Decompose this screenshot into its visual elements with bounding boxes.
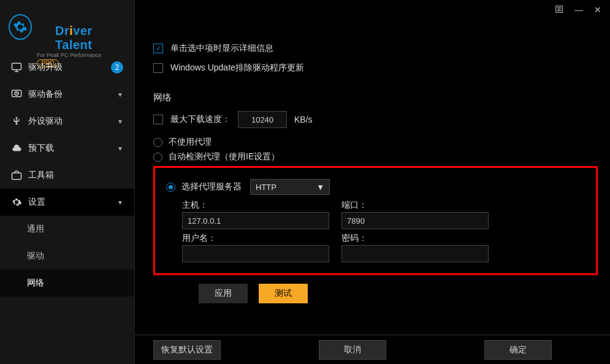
chevron-down-icon: ▼ bbox=[316, 183, 324, 192]
user-label: 用户名： bbox=[182, 233, 329, 244]
gear-icon bbox=[9, 14, 32, 40]
bottom-bar: 恢复默认设置 取消 确定 bbox=[135, 335, 610, 364]
gear-icon bbox=[11, 197, 22, 208]
badge-count: 2 bbox=[111, 61, 123, 74]
sidebar-item-predownload[interactable]: 预下载 ▼ bbox=[0, 135, 134, 162]
sidebar-item-label: 设置 bbox=[28, 197, 45, 208]
usb-icon bbox=[11, 116, 22, 127]
sidebar-item-label: 驱动升级 bbox=[28, 62, 63, 73]
sidebar-item-upgrade[interactable]: 驱动升级 2 bbox=[0, 54, 134, 81]
proxy-none-label: 不使用代理 bbox=[169, 137, 212, 148]
sidebar-item-label: 预下载 bbox=[28, 143, 54, 154]
app-title: Driver Talent bbox=[37, 0, 134, 52]
pass-input[interactable] bbox=[341, 245, 489, 262]
minimize-icon[interactable]: — bbox=[574, 5, 583, 15]
sidebar-item-peripheral[interactable]: 外设驱动 ▼ bbox=[0, 108, 134, 135]
reset-defaults-button[interactable]: 恢复默认设置 bbox=[153, 340, 221, 360]
sidebar-item-label: 驱动 bbox=[27, 251, 44, 262]
exclude-wu-label: Windows Update排除驱动程序更新 bbox=[170, 63, 304, 74]
chevron-down-icon: ▼ bbox=[117, 118, 123, 125]
proxy-protocol-value: HTTP bbox=[256, 183, 276, 192]
max-speed-label: 最大下载速度： bbox=[170, 114, 231, 125]
port-label: 端口： bbox=[341, 200, 489, 211]
chevron-down-icon: ▼ bbox=[117, 91, 123, 98]
proxy-auto-radio[interactable] bbox=[153, 153, 162, 162]
sidebar-item-label: 外设驱动 bbox=[28, 116, 63, 127]
ok-button[interactable]: 确定 bbox=[484, 340, 552, 360]
sidebar-item-label: 网络 bbox=[27, 278, 44, 289]
menu-icon[interactable] bbox=[555, 5, 563, 15]
proxy-highlight-box: 选择代理服务器 HTTP ▼ 主机： 端口： 用户名： 密码： bbox=[153, 166, 598, 275]
apply-button[interactable]: 应用 bbox=[199, 284, 248, 303]
proxy-protocol-select[interactable]: HTTP ▼ bbox=[250, 179, 330, 195]
exclude-wu-checkbox[interactable] bbox=[153, 63, 163, 73]
host-input[interactable] bbox=[182, 212, 329, 229]
sidebar-item-label: 工具箱 bbox=[28, 170, 54, 181]
test-button[interactable]: 测试 bbox=[259, 284, 308, 303]
close-icon[interactable]: ✕ bbox=[594, 5, 601, 15]
user-input[interactable] bbox=[182, 245, 329, 262]
port-input[interactable] bbox=[341, 212, 489, 229]
show-detail-label: 单击选中项时显示详细信息 bbox=[170, 43, 273, 54]
sidebar-sub-general[interactable]: 通用 bbox=[0, 216, 134, 243]
app-logo: Driver Talent For Peak PC Performance PR… bbox=[0, 0, 134, 54]
sidebar-item-toolbox[interactable]: 工具箱 bbox=[0, 162, 134, 189]
sidebar-item-label: 驱动备份 bbox=[28, 89, 63, 100]
chevron-down-icon: ▼ bbox=[117, 145, 123, 152]
svg-rect-0 bbox=[12, 63, 21, 70]
proxy-auto-label: 自动检测代理（使用IE设置） bbox=[169, 151, 280, 162]
max-speed-input[interactable] bbox=[238, 111, 287, 128]
cloud-icon bbox=[11, 143, 22, 154]
cancel-button[interactable]: 取消 bbox=[319, 340, 386, 360]
host-label: 主机： bbox=[182, 200, 329, 211]
pass-label: 密码： bbox=[341, 233, 489, 244]
proxy-select-label: 选择代理服务器 bbox=[181, 181, 242, 192]
sidebar-sub-driver[interactable]: 驱动 bbox=[0, 243, 134, 270]
max-speed-unit: KB/s bbox=[294, 115, 313, 124]
sidebar-sub-network[interactable]: 网络 bbox=[0, 270, 134, 297]
main-panel: ✓ 单击选中项时显示详细信息 Windows Update排除驱动程序更新 网络… bbox=[135, 0, 610, 364]
proxy-select-radio[interactable] bbox=[166, 183, 175, 192]
proxy-none-radio[interactable] bbox=[153, 138, 162, 147]
sidebar-item-backup[interactable]: 驱动备份 ▼ bbox=[0, 81, 134, 108]
monitor-clock-icon bbox=[11, 89, 22, 100]
briefcase-icon bbox=[11, 170, 22, 181]
network-section-title: 网络 bbox=[153, 92, 598, 104]
chevron-down-icon: ▼ bbox=[117, 199, 123, 206]
sidebar: Driver Talent For Peak PC Performance PR… bbox=[0, 0, 135, 364]
show-detail-checkbox[interactable]: ✓ bbox=[153, 44, 163, 53]
sidebar-item-settings[interactable]: 设置 ▼ bbox=[0, 189, 134, 216]
window-controls: — ✕ bbox=[555, 5, 601, 15]
svg-rect-3 bbox=[12, 173, 21, 180]
monitor-icon bbox=[11, 62, 22, 73]
sidebar-item-label: 通用 bbox=[27, 224, 44, 235]
max-speed-checkbox[interactable] bbox=[153, 115, 163, 124]
